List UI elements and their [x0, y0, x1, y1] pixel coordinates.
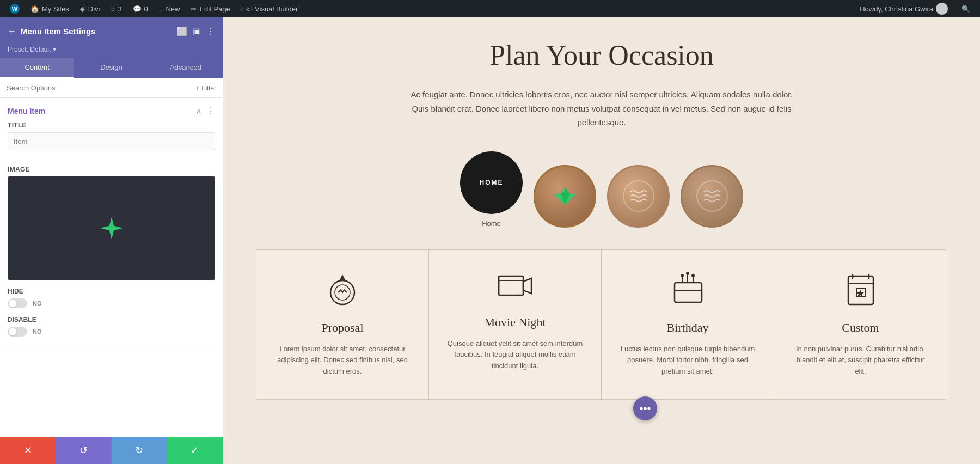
- save-button[interactable]: ✓: [167, 437, 223, 464]
- section-title: Menu Item: [8, 107, 45, 115]
- svg-rect-16: [848, 276, 873, 304]
- svg-point-1: [697, 181, 727, 211]
- sidebar-title: Menu Item Settings: [21, 27, 172, 36]
- tab-content[interactable]: Content: [0, 58, 74, 78]
- svg-point-11: [681, 274, 684, 277]
- disable-toggle-knob: [9, 328, 16, 335]
- hide-toggle[interactable]: [8, 298, 27, 308]
- tab-design-label: Design: [100, 63, 122, 71]
- save-icon: ✓: [191, 444, 199, 456]
- page-title: Plan Your Occasion: [256, 39, 947, 71]
- tab-content-label: Content: [24, 63, 50, 71]
- floating-menu-button[interactable]: •••: [633, 396, 657, 420]
- disable-label: Disable: [8, 316, 215, 323]
- gem-circle[interactable]: [534, 165, 596, 228]
- svg-marker-21: [856, 290, 864, 297]
- plus-icon: +: [159, 5, 163, 13]
- custom-icon: [843, 272, 878, 310]
- wp-icon: W: [10, 4, 20, 14]
- avatar: [936, 3, 948, 15]
- cancel-icon: ✕: [24, 444, 32, 456]
- check-circle[interactable]: [681, 165, 743, 228]
- dots-icon: •••: [639, 402, 651, 415]
- new-label: New: [166, 5, 180, 13]
- minimize-icon[interactable]: ⬜: [176, 26, 187, 36]
- wave-circle-item: [607, 165, 670, 228]
- image-label: Image: [8, 166, 215, 173]
- home-icon: 🏠: [30, 5, 39, 13]
- hide-toggle-row: NO: [8, 298, 215, 308]
- my-sites-item[interactable]: 🏠 My Sites: [25, 0, 75, 17]
- divi-item[interactable]: ◈ Divi: [75, 0, 106, 17]
- tab-advanced[interactable]: Advanced: [149, 58, 223, 78]
- preset-bar[interactable]: Preset: Default ▾: [0, 45, 223, 58]
- search-bar-item[interactable]: 🔍: [956, 5, 976, 13]
- admin-bar-right: Howdy, Christina Gwira 🔍: [854, 3, 976, 15]
- my-sites-label: My Sites: [42, 5, 69, 13]
- comments-item[interactable]: ○ 3: [106, 0, 127, 17]
- wave-circle[interactable]: [607, 165, 670, 228]
- svg-rect-14: [675, 283, 702, 302]
- search-area: + Filter: [0, 78, 223, 98]
- filter-label: Filter: [201, 84, 216, 92]
- collapse-icon[interactable]: ∧: [195, 106, 202, 116]
- svg-rect-5: [499, 276, 523, 295]
- check-icon: [696, 180, 728, 212]
- svg-point-0: [623, 181, 654, 211]
- tab-design[interactable]: Design: [74, 58, 148, 78]
- home-circle[interactable]: HOME: [460, 151, 523, 214]
- card-birthday-text: Luctus lectus non quisque turpis bibendu…: [618, 344, 757, 377]
- disable-field-block: Disable NO: [8, 316, 215, 337]
- filter-button[interactable]: + Filter: [195, 84, 216, 92]
- disable-toggle-row: NO: [8, 327, 215, 337]
- card-proposal: Proposal Lorem ipsum dolor sit amet, con…: [256, 250, 429, 399]
- admin-bar: W 🏠 My Sites ◈ Divi ○ 3 💬 0 + New ✏ Edit…: [0, 0, 980, 17]
- image-preview[interactable]: [8, 176, 215, 280]
- card-custom-text: In non pulvinar purus. Curabitur nisi od…: [791, 344, 930, 377]
- new-item[interactable]: + New: [154, 0, 186, 17]
- expand-icon[interactable]: ▣: [193, 26, 201, 36]
- main-layout: ← Menu Item Settings ⬜ ▣ ⋮ Preset: Defau…: [0, 17, 980, 464]
- exit-builder-item[interactable]: Exit Visual Builder: [236, 0, 304, 17]
- wave-icon: [622, 180, 655, 212]
- card-movie-night: Movie Night Quisque aliquet velit sit am…: [429, 250, 602, 399]
- redo-icon: ↻: [135, 444, 143, 456]
- section-menu-icon[interactable]: ⋮: [206, 106, 215, 116]
- search-input[interactable]: [7, 84, 191, 92]
- card-custom: Custom In non pulvinar purus. Curabitur …: [774, 250, 947, 399]
- wp-logo-item[interactable]: W: [4, 0, 25, 17]
- title-input[interactable]: [8, 132, 215, 150]
- cancel-button[interactable]: ✕: [0, 437, 56, 464]
- gem-icon: [552, 182, 579, 210]
- menu-circles: HOME Home: [256, 151, 947, 228]
- check-circle-item: [681, 165, 743, 228]
- svg-point-13: [691, 274, 695, 277]
- undo-button[interactable]: ↺: [56, 437, 111, 464]
- card-proposal-text: Lorem ipsum dolor sit amet, consectetur …: [273, 344, 412, 377]
- card-movie-text: Quisque aliquet velit sit amet sem inter…: [445, 338, 585, 372]
- user-greeting: Howdy, Christina Gwira: [860, 5, 933, 13]
- tab-advanced-label: Advanced: [170, 63, 201, 71]
- movie-icon: [496, 272, 534, 304]
- preset-label: Preset: Default: [8, 46, 51, 53]
- speech-icon: 💬: [133, 5, 142, 13]
- card-custom-title: Custom: [791, 321, 930, 335]
- user-greeting-item[interactable]: Howdy, Christina Gwira: [854, 3, 953, 15]
- image-field-block: Image: [8, 166, 215, 280]
- card-birthday-title: Birthday: [618, 321, 757, 335]
- redo-button[interactable]: ↻: [112, 437, 167, 464]
- star-preview-icon: [98, 215, 125, 242]
- pencil-icon: ✏: [191, 5, 197, 13]
- edit-page-item[interactable]: ✏ Edit Page: [185, 0, 235, 17]
- sidebar-header: ← Menu Item Settings ⬜ ▣ ⋮: [0, 17, 223, 45]
- menu-dots-icon[interactable]: ⋮: [206, 26, 215, 36]
- hide-toggle-knob: [9, 300, 16, 307]
- menu-item-section: Menu Item ∧ ⋮ Title Image Hide: [0, 98, 223, 349]
- back-button[interactable]: ←: [8, 26, 16, 36]
- home-circle-text: HOME: [480, 179, 504, 186]
- sidebar-tabs: Content Design Advanced: [0, 58, 223, 78]
- section-controls: ∧ ⋮: [195, 106, 215, 116]
- disable-toggle[interactable]: [8, 327, 27, 337]
- comment-count-item[interactable]: 💬 0: [127, 0, 154, 17]
- proposal-icon: [326, 272, 359, 310]
